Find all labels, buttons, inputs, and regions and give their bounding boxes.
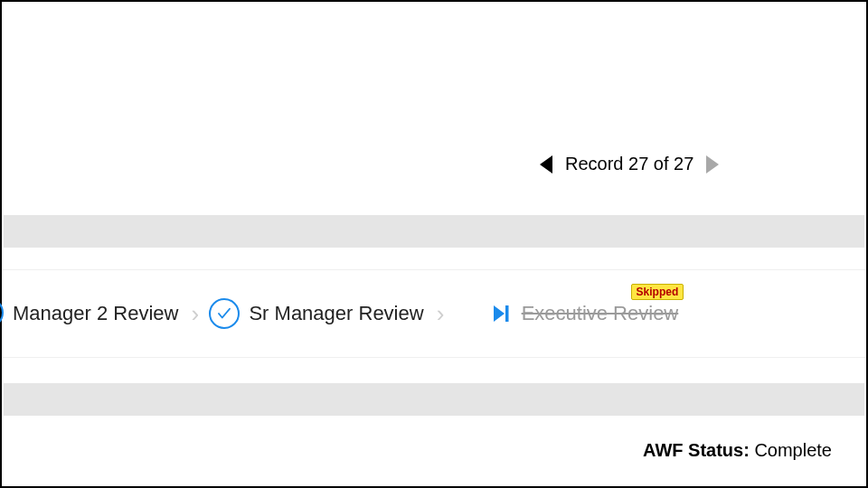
chevron-right-icon: › [178,300,209,328]
awf-status-value: Complete [754,440,832,460]
workflow-step-manager-2-review[interactable]: Manager 2 Review [0,296,178,332]
workflow-step-sr-manager-review[interactable]: Sr Manager Review [209,298,423,329]
workflow-step-label: Executive Review [522,302,679,325]
app-frame: Record 27 of 27 Manager 2 Review › Sr Ma… [0,0,868,488]
workflow-step-label: Manager 2 Review [13,302,178,325]
previous-record-button[interactable] [540,155,552,174]
check-circle-icon [0,297,4,328]
separator-bar-bottom [4,383,864,416]
record-position-text: Record 27 of 27 [565,154,693,174]
record-navigator: Record 27 of 27 [540,154,719,174]
skipped-badge: Skipped [631,284,684,300]
next-record-button[interactable] [706,155,719,174]
chevron-right-icon: › [424,300,455,328]
svg-rect-1 [505,305,509,322]
awf-status: AWF Status: Complete [643,440,832,461]
skip-forward-icon [491,302,513,325]
workflow-step-executive-review[interactable]: Executive Review Skipped [491,302,679,325]
svg-marker-0 [494,305,505,322]
separator-bar-top [4,215,864,248]
check-circle-icon [209,298,240,329]
workflow-step-label: Sr Manager Review [249,302,423,325]
workflow-steps: Manager 2 Review › Sr Manager Review › E… [2,269,866,358]
awf-status-label: AWF Status: [643,440,750,460]
